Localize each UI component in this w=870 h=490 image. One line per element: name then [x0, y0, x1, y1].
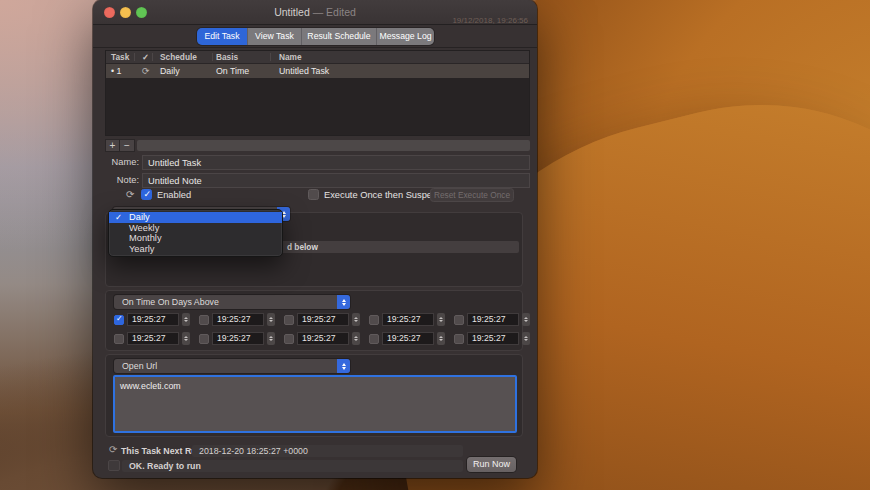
- status-text: OK. Ready to run: [122, 460, 463, 472]
- time-enable-checkbox[interactable]: [199, 334, 209, 344]
- action-popup-button[interactable]: Open Url: [114, 359, 350, 373]
- run-now-button[interactable]: Run Now: [467, 457, 516, 472]
- time-input[interactable]: 19:25:27: [212, 313, 264, 326]
- enabled-checkbox[interactable]: [141, 189, 152, 200]
- reset-execute-once-button[interactable]: Reset Execute Once: [430, 188, 514, 202]
- time-input[interactable]: 19:25:27: [382, 313, 434, 326]
- schedule-option-text-fragment: d below: [287, 241, 318, 253]
- time-cell: 19:25:27: [454, 313, 530, 326]
- time-enable-checkbox[interactable]: [199, 315, 209, 325]
- column-divider: [270, 53, 271, 61]
- edited-indicator: — Edited: [313, 6, 356, 18]
- time-enable-checkbox[interactable]: [284, 315, 294, 325]
- time-enable-checkbox[interactable]: [114, 334, 124, 344]
- status-indicator: [108, 460, 120, 471]
- time-cell: 19:25:27: [114, 332, 190, 345]
- repeat-icon: ⟳: [126, 189, 134, 200]
- app-window: Untitled — Edited 19/12/2018, 19:26:56 E…: [93, 0, 537, 478]
- time-cell: 19:25:27: [369, 332, 445, 345]
- time-cell: 19:25:27: [454, 332, 530, 345]
- time-stepper[interactable]: [437, 332, 445, 345]
- menu-item-yearly[interactable]: Yearly: [109, 244, 282, 255]
- tab-view-task[interactable]: View Task: [248, 28, 302, 45]
- name-label: Name:: [93, 157, 139, 167]
- repeat-icon: ⟳: [142, 64, 150, 78]
- time-input[interactable]: 19:25:27: [297, 332, 349, 345]
- add-task-button[interactable]: +: [105, 139, 120, 152]
- column-divider: [212, 53, 213, 61]
- time-cell: 19:25:27: [369, 313, 445, 326]
- time-input[interactable]: 19:25:27: [382, 332, 434, 345]
- action-panel: Open Url www.ecleti.com: [105, 354, 523, 437]
- time-stepper[interactable]: [267, 313, 275, 326]
- time-cell: 19:25:27: [199, 313, 275, 326]
- time-cell: 19:25:27: [114, 313, 190, 326]
- note-label: Note:: [93, 175, 139, 185]
- time-cell: 19:25:27: [284, 313, 360, 326]
- enabled-label: Enabled: [157, 190, 191, 200]
- divider: [93, 47, 537, 48]
- tab-bar: Edit Task View Task Result Schedule Mess…: [197, 28, 434, 45]
- menu-item-monthly[interactable]: Monthly: [109, 233, 282, 244]
- column-name[interactable]: Name: [279, 51, 302, 64]
- task-number-cell: • 1: [111, 64, 121, 78]
- time-input[interactable]: 19:25:27: [467, 313, 519, 326]
- schedule-dropdown-menu: ✓DailyWeeklyMonthlyYearly: [108, 209, 283, 257]
- checkmark-icon: ✓: [115, 212, 122, 223]
- menu-item-weekly[interactable]: Weekly: [109, 223, 282, 234]
- time-stepper[interactable]: [182, 332, 190, 345]
- time-cell: 19:25:27: [199, 332, 275, 345]
- tab-message-log[interactable]: Message Log: [377, 28, 434, 45]
- tab-result-schedule[interactable]: Result Schedule: [302, 28, 377, 45]
- remove-task-button[interactable]: −: [120, 139, 135, 152]
- table-row[interactable]: • 1 ⟳ Daily On Time Untitled Task: [106, 64, 529, 78]
- add-remove-controls: + −: [105, 139, 135, 152]
- url-textarea[interactable]: www.ecleti.com: [113, 375, 517, 433]
- time-cell: 19:25:27: [284, 332, 360, 345]
- task-name-input[interactable]: [142, 155, 530, 170]
- time-input[interactable]: 19:25:27: [467, 332, 519, 345]
- time-input[interactable]: 19:25:27: [297, 313, 349, 326]
- task-table: Task ✓ Schedule Basis Name • 1 ⟳ Daily O…: [105, 50, 530, 136]
- clock-text: 19/12/2018, 19:26:56: [452, 16, 528, 25]
- time-basis-popup-label: On Time On Days Above: [122, 297, 219, 307]
- table-header: Task ✓ Schedule Basis Name: [106, 51, 529, 64]
- time-stepper[interactable]: [182, 313, 190, 326]
- next-run-value: 2018-12-20 18:25:27 +0000: [192, 445, 463, 457]
- column-schedule[interactable]: Schedule: [160, 51, 197, 64]
- toolbar-filler: [137, 140, 530, 151]
- basis-cell: On Time: [216, 64, 249, 78]
- execute-once-checkbox[interactable]: [308, 189, 319, 200]
- time-enable-checkbox[interactable]: [454, 334, 464, 344]
- time-stepper[interactable]: [352, 313, 360, 326]
- name-cell: Untitled Task: [279, 64, 329, 78]
- time-enable-checkbox[interactable]: [284, 334, 294, 344]
- schedule-cell: Daily: [160, 64, 180, 78]
- tab-edit-task[interactable]: Edit Task: [197, 28, 248, 45]
- time-enable-checkbox[interactable]: [114, 315, 124, 325]
- time-stepper[interactable]: [267, 332, 275, 345]
- menu-item-daily[interactable]: ✓Daily: [109, 212, 282, 223]
- time-enable-checkbox[interactable]: [369, 334, 379, 344]
- column-divider: [152, 53, 153, 61]
- time-basis-popup-button[interactable]: On Time On Days Above: [114, 295, 350, 309]
- time-stepper[interactable]: [352, 332, 360, 345]
- time-enable-checkbox[interactable]: [369, 315, 379, 325]
- repeat-icon: ⟳: [109, 444, 117, 455]
- column-basis[interactable]: Basis: [216, 51, 238, 64]
- time-input[interactable]: 19:25:27: [127, 313, 179, 326]
- time-input[interactable]: 19:25:27: [212, 332, 264, 345]
- time-panel: On Time On Days Above 19:25:2719:25:2719…: [105, 290, 523, 351]
- time-input[interactable]: 19:25:27: [127, 332, 179, 345]
- time-stepper[interactable]: [522, 332, 530, 345]
- execute-once-label: Execute Once then Suspend: [324, 190, 442, 200]
- action-popup-label: Open Url: [122, 361, 157, 371]
- column-enabled-check[interactable]: ✓: [142, 51, 149, 64]
- time-stepper[interactable]: [522, 313, 530, 326]
- popup-stepper-icon: [337, 359, 350, 373]
- task-note-input[interactable]: [142, 173, 530, 188]
- time-enable-checkbox[interactable]: [454, 315, 464, 325]
- column-task[interactable]: Task: [111, 51, 129, 64]
- time-stepper[interactable]: [437, 313, 445, 326]
- popup-stepper-icon: [337, 295, 350, 309]
